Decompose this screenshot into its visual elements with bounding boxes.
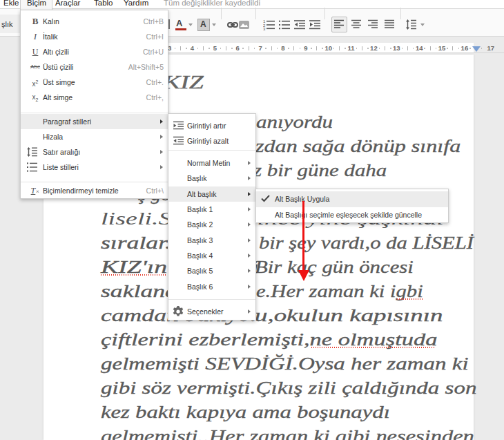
svg-text:3: 3 xyxy=(263,27,266,30)
